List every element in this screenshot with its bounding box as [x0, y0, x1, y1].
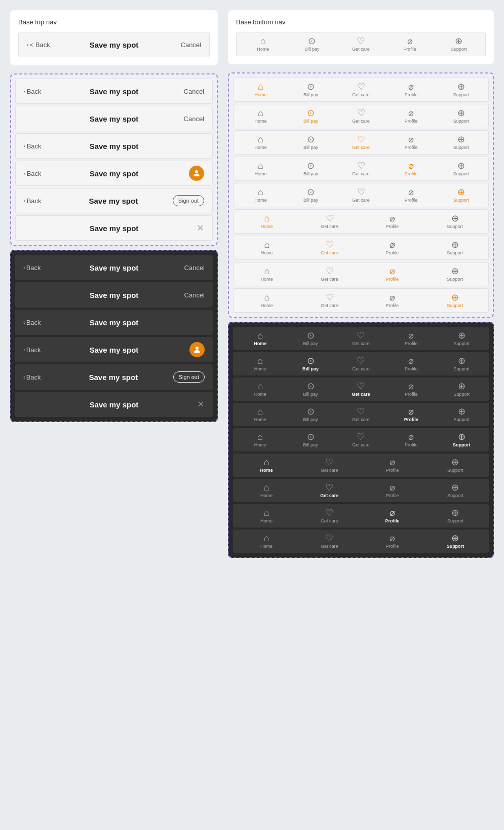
nav-item[interactable]: ⊕Support: [448, 356, 475, 371]
nav-item[interactable]: ⊙Bill pay: [298, 135, 324, 150]
nav-item[interactable]: ⊕Support: [442, 534, 469, 549]
nav-item[interactable]: ♡Get care: [316, 508, 342, 523]
nav-item[interactable]: ♡Get care: [348, 82, 374, 97]
nav-item[interactable]: ⊕Support: [448, 407, 475, 422]
nav-item[interactable]: ⊙Bill pay: [298, 187, 324, 203]
nav-item[interactable]: ⌀Profile: [398, 187, 424, 203]
nav-item[interactable]: ⌂Home: [247, 407, 274, 422]
nav-item[interactable]: ⊙Bill pay: [297, 331, 324, 346]
nav-item[interactable]: ♡Get care: [347, 331, 374, 346]
nav-item[interactable]: ♡Get care: [347, 407, 374, 422]
nav-item[interactable]: ⌂Home: [253, 508, 280, 523]
nav-item[interactable]: ♡Get care: [317, 240, 343, 255]
nav-item[interactable]: ⊕Support: [448, 161, 475, 176]
back-link[interactable]: ‹ Back: [23, 319, 54, 326]
nav-item[interactable]: ⌂Home: [247, 331, 274, 346]
nav-item[interactable]: ⊕Support: [442, 240, 468, 255]
nav-item[interactable]: ♡Get care: [348, 187, 374, 203]
nav-item[interactable]: ⌀Profile: [379, 508, 406, 523]
nav-item[interactable]: ⌀Profile: [398, 108, 424, 124]
nav-item[interactable]: ⊙Bill pay: [298, 161, 324, 176]
nav-item[interactable]: ⊙Bill pay: [297, 432, 324, 447]
nav-item[interactable]: ⊕Support: [448, 187, 475, 203]
close-icon[interactable]: ✕: [197, 399, 205, 410]
nav-item[interactable]: ⌀Profile: [398, 382, 424, 397]
nav-item[interactable]: ⌂Home: [248, 135, 274, 150]
nav-item[interactable]: ⌀Profile: [398, 82, 424, 97]
nav-item[interactable]: ⌀Profile: [398, 135, 424, 150]
nav-item[interactable]: ⌂Home: [253, 483, 280, 498]
nav-item[interactable]: ⌂Home: [248, 161, 274, 176]
nav-item[interactable]: ⊙Bill pay: [298, 108, 324, 124]
nav-item[interactable]: ⊕Support: [448, 331, 475, 346]
nav-item[interactable]: ⌀Profile: [398, 432, 424, 447]
nav-item[interactable]: ♡Get care: [317, 267, 343, 282]
nav-item[interactable]: ⌂Home: [253, 458, 280, 473]
nav-item[interactable]: ⌀Profile: [379, 267, 405, 282]
close-icon[interactable]: ✕: [197, 222, 204, 234]
nav-item[interactable]: ⊕Support: [442, 267, 468, 282]
nav-item[interactable]: ⌂Home: [247, 356, 274, 371]
cancel-label[interactable]: Cancel: [181, 41, 201, 49]
avatar[interactable]: [189, 342, 205, 357]
cancel-label[interactable]: Cancel: [184, 264, 205, 272]
nav-item[interactable]: ♡Get care: [317, 293, 343, 308]
sign-out-button[interactable]: Sign out: [173, 195, 204, 206]
nav-item[interactable]: ⊕Support: [448, 135, 475, 150]
nav-item[interactable]: ⌂Home: [254, 240, 280, 255]
nav-item[interactable]: ♡Get care: [316, 534, 342, 549]
back-link[interactable]: ‹ Back: [24, 197, 54, 205]
nav-item-getcare[interactable]: ♡ Get care: [347, 36, 374, 52]
cancel-label[interactable]: Cancel: [184, 115, 204, 123]
nav-item[interactable]: ⌀Profile: [398, 161, 424, 176]
nav-item-profile[interactable]: ⌀ Profile: [397, 36, 423, 52]
cancel-label[interactable]: Cancel: [184, 88, 204, 95]
nav-item-billpay[interactable]: ⊙ Bill pay: [299, 36, 325, 52]
back-link[interactable]: ‹ < Back: [27, 41, 57, 49]
nav-item-home[interactable]: ⌂ Home: [250, 36, 276, 52]
nav-item[interactable]: ⌀Profile: [379, 214, 405, 229]
nav-item[interactable]: ⌂Home: [248, 187, 274, 203]
nav-item[interactable]: ⌀Profile: [379, 483, 406, 498]
back-link[interactable]: ‹ Back: [23, 264, 54, 272]
sign-out-button[interactable]: Sign out: [173, 371, 205, 383]
nav-item[interactable]: ⌂Home: [248, 82, 274, 97]
nav-item[interactable]: ⊕Support: [448, 432, 475, 447]
nav-item[interactable]: ⊙Bill pay: [298, 82, 324, 97]
nav-item[interactable]: ⌀Profile: [398, 356, 424, 371]
nav-item[interactable]: ⌂Home: [254, 267, 280, 282]
nav-item[interactable]: ♡Get care: [347, 432, 374, 447]
nav-item[interactable]: ⊕Support: [442, 214, 468, 229]
back-link[interactable]: ‹ Back: [23, 373, 54, 381]
nav-item[interactable]: ⌀Profile: [379, 293, 405, 308]
nav-item[interactable]: ⊕Support: [442, 483, 469, 498]
back-link[interactable]: ‹ Back: [24, 170, 54, 177]
nav-item[interactable]: ⊙Bill pay: [297, 382, 324, 397]
nav-item[interactable]: ⊙Bill pay: [297, 407, 324, 422]
nav-item[interactable]: ⊕Support: [448, 382, 475, 397]
nav-item[interactable]: ⊕Support: [448, 108, 475, 124]
nav-item[interactable]: ⌀Profile: [379, 240, 405, 255]
nav-item[interactable]: ♡Get care: [317, 214, 343, 229]
back-link[interactable]: ‹ Back: [23, 346, 54, 354]
nav-item[interactable]: ⌀Profile: [398, 331, 424, 346]
nav-item[interactable]: ⊙Bill pay: [297, 356, 324, 371]
nav-item[interactable]: ♡Get care: [316, 458, 342, 473]
avatar[interactable]: [189, 166, 204, 181]
nav-item[interactable]: ⌂Home: [248, 108, 274, 124]
nav-item[interactable]: ⌀Profile: [379, 534, 406, 549]
nav-item[interactable]: ♡Get care: [348, 135, 374, 150]
nav-item[interactable]: ♡Get care: [348, 108, 374, 124]
nav-item-support[interactable]: ⊕ Support: [446, 36, 472, 52]
nav-item[interactable]: ⌂Home: [247, 432, 274, 447]
nav-item[interactable]: ⌂Home: [254, 214, 280, 229]
nav-item[interactable]: ⊕Support: [448, 82, 475, 97]
back-link[interactable]: ‹ Back: [24, 88, 54, 95]
back-link[interactable]: ‹ Back: [24, 142, 54, 150]
nav-item[interactable]: ⌂Home: [254, 293, 280, 308]
nav-item[interactable]: ⊕Support: [442, 458, 469, 473]
nav-item[interactable]: ⌂Home: [253, 534, 280, 549]
nav-item[interactable]: ♡Get care: [348, 161, 374, 176]
nav-item[interactable]: ⌀Profile: [398, 407, 424, 422]
nav-item[interactable]: ⌀Profile: [379, 458, 406, 473]
